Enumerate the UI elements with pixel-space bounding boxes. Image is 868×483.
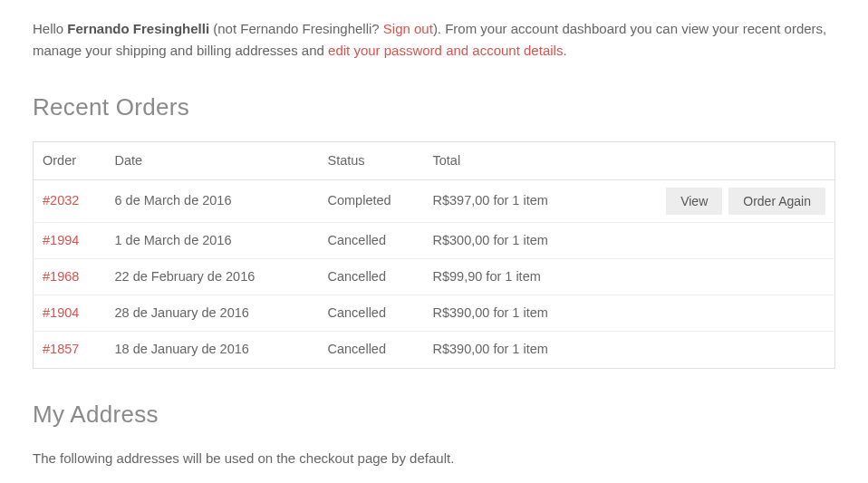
not-user-prefix: (not Fernando Fresinghelli? xyxy=(213,21,383,36)
order-link[interactable]: #1857 xyxy=(43,342,79,356)
order-status: Cancelled xyxy=(319,295,424,332)
order-status: Cancelled xyxy=(319,222,424,258)
table-row: #1904 28 de January de 2016 Cancelled R$… xyxy=(34,295,835,332)
order-link[interactable]: #1968 xyxy=(43,269,79,284)
order-link[interactable]: #1904 xyxy=(43,305,79,320)
table-row: #2032 6 de March de 2016 Completed R$397… xyxy=(34,179,835,222)
dashboard-intro: Hello Fernando Fresinghelli (not Fernand… xyxy=(33,18,835,62)
order-status: Completed xyxy=(319,179,424,222)
orders-header-total: Total xyxy=(424,141,654,179)
order-date: 6 de March de 2016 xyxy=(106,179,319,222)
order-total: R$300,00 for 1 item xyxy=(424,222,654,258)
table-row: #1968 22 de February de 2016 Cancelled R… xyxy=(34,258,835,295)
recent-orders-heading: Recent Orders xyxy=(33,89,835,127)
user-name: Fernando Fresinghelli xyxy=(67,21,209,36)
order-status: Cancelled xyxy=(319,258,424,295)
order-total: R$390,00 for 1 item xyxy=(424,295,654,332)
order-date: 28 de January de 2016 xyxy=(106,295,319,332)
order-again-button[interactable]: Order Again xyxy=(728,188,825,215)
orders-header-status: Status xyxy=(319,141,424,179)
order-date: 18 de January de 2016 xyxy=(106,332,319,368)
order-date: 1 de March de 2016 xyxy=(106,222,319,258)
orders-table: Order Date Status Total #2032 6 de March… xyxy=(33,141,835,369)
order-total: R$390,00 for 1 item xyxy=(424,332,654,368)
view-button[interactable]: View xyxy=(666,188,722,215)
intro-period: . xyxy=(563,43,566,58)
my-address-heading: My Address xyxy=(33,396,835,434)
order-link[interactable]: #2032 xyxy=(43,193,79,208)
table-row: #1994 1 de March de 2016 Cancelled R$300… xyxy=(34,222,835,258)
hello-label: Hello xyxy=(33,21,63,36)
order-date: 22 de February de 2016 xyxy=(106,258,319,295)
order-link[interactable]: #1994 xyxy=(43,233,79,247)
order-total: R$397,00 for 1 item xyxy=(424,179,654,222)
order-status: Cancelled xyxy=(319,332,424,368)
edit-account-link[interactable]: edit your password and account details xyxy=(328,43,563,58)
order-total: R$99,90 for 1 item xyxy=(424,258,654,295)
table-row: #1857 18 de January de 2016 Cancelled R$… xyxy=(34,332,835,368)
sign-out-link[interactable]: Sign out xyxy=(383,21,433,36)
address-intro-text: The following addresses will be used on … xyxy=(33,448,835,469)
orders-header-actions xyxy=(654,141,835,179)
orders-header-date: Date xyxy=(106,141,319,179)
orders-header-order: Order xyxy=(34,141,106,179)
